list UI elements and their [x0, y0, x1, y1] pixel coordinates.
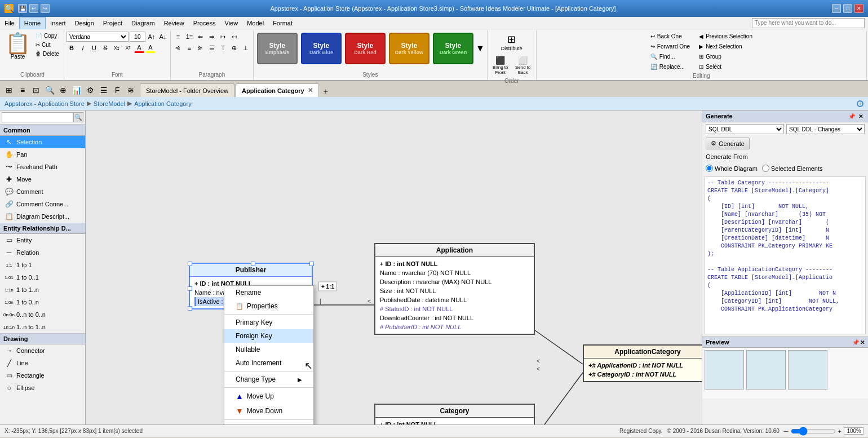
ctx-foreign-key[interactable]: Foreign Key	[224, 329, 313, 343]
panel-item-rectangle[interactable]: ▭ Rectangle	[0, 369, 85, 382]
align-right-button[interactable]: ⫸	[196, 43, 206, 53]
panel-item-relation[interactable]: ─ Relation	[0, 246, 85, 259]
diagram-tb-btn-7[interactable]: ⚙	[83, 83, 97, 97]
align-justify-button[interactable]: ☰	[207, 43, 217, 53]
close-btn[interactable]: ✕	[854, 4, 863, 13]
bold-button[interactable]: B	[67, 43, 77, 53]
whole-diagram-input[interactable]	[706, 165, 713, 172]
panel-item-0nto0n[interactable]: 0n:0n 0..n to 0..n	[0, 308, 85, 321]
copy-button[interactable]: 📄 Copy	[33, 32, 61, 40]
font-color-button[interactable]: A	[134, 43, 144, 53]
panel-item-move[interactable]: ✚ Move	[0, 173, 85, 185]
menu-view[interactable]: View	[220, 17, 243, 29]
minimize-btn[interactable]: ─	[832, 4, 841, 13]
sql-code-area[interactable]: -- Table Category ------------------ CRE…	[705, 176, 866, 334]
panel-item-line[interactable]: ╱ Line	[0, 357, 85, 369]
bullet-list-button[interactable]: ≡	[173, 32, 183, 42]
diagram-tb-btn-2[interactable]: ≡	[16, 83, 29, 97]
paste-button[interactable]: 📋 Paste	[3, 32, 32, 61]
style-darkblue-button[interactable]: Style Dark Blue	[301, 33, 342, 64]
preview-pin-button[interactable]: 📌	[852, 339, 859, 346]
top-align-button[interactable]: ⊤	[218, 43, 228, 53]
indent-decrease-button[interactable]: ⇐	[196, 32, 206, 42]
superscript-button[interactable]: X²	[123, 43, 133, 53]
entity-appcategory[interactable]: ApplicationCategory +# ApplicationID : i…	[583, 344, 702, 382]
ctx-nullable[interactable]: Nullable	[224, 343, 313, 356]
align-center-button[interactable]: ≡	[184, 43, 194, 53]
bring-to-front-button[interactable]: ⬛ Bring to Front	[490, 54, 511, 77]
diagram-tb-btn-8[interactable]: ☰	[97, 83, 110, 97]
tab-application-category[interactable]: Application Category ✕	[236, 83, 319, 97]
tab-close-icon[interactable]: ✕	[308, 87, 313, 94]
style-darkyellow-button[interactable]: Style Dark Yellow	[389, 33, 429, 64]
menu-model[interactable]: Model	[242, 17, 268, 29]
panel-item-ellipse[interactable]: ○ Ellipse	[0, 382, 85, 394]
generate-button[interactable]: ⚙ Generate	[706, 138, 750, 149]
replace-button[interactable]: 🔄 Replace...	[648, 62, 693, 72]
italic-button[interactable]: I	[78, 43, 88, 53]
panel-item-1nto1n[interactable]: 1n:1n 1..n to 1..n	[0, 321, 85, 333]
rtl-button[interactable]: ↤	[229, 32, 240, 42]
ctx-move-up[interactable]: ▲ Move Up	[224, 389, 313, 404]
panel-search-input[interactable]	[2, 112, 73, 122]
mid-align-button[interactable]: ⊕	[229, 43, 240, 53]
breadcrumb-appcategory[interactable]: Application Category	[134, 100, 192, 107]
ltr-button[interactable]: ↦	[218, 32, 228, 42]
sql-ddl-select[interactable]: SQL DDL	[706, 124, 784, 134]
menu-review[interactable]: Review	[160, 17, 189, 29]
send-to-back-button[interactable]: ⬜ Send to Back	[512, 54, 534, 77]
panel-item-entity[interactable]: ▭ Entity	[0, 234, 85, 246]
back-one-button[interactable]: ↩ Back One	[648, 32, 693, 41]
selected-elements-radio[interactable]: Selected Elements	[762, 165, 823, 172]
menu-diagram[interactable]: Diagram	[127, 17, 160, 29]
zoom-slider[interactable]	[791, 427, 836, 436]
styles-expand[interactable]: ▼	[476, 43, 485, 54]
zoom-in-button[interactable]: +	[838, 428, 842, 435]
style-darkred-button[interactable]: Style Dark Red	[345, 33, 386, 64]
ctx-auto-increment[interactable]: Auto Increment	[224, 356, 313, 370]
panel-item-1to1[interactable]: 1:1 1 to 1	[0, 259, 85, 271]
breadcrumb-storemodel[interactable]: StoreModel	[94, 100, 125, 107]
menu-file[interactable]: File	[0, 17, 19, 29]
panel-item-1to1n[interactable]: 1:1n 1 to 1..n	[0, 284, 85, 296]
diagram-tb-btn-5[interactable]: ⊕	[56, 83, 70, 97]
ctx-move-down[interactable]: ▼ Move Down	[224, 404, 313, 418]
tab-add-button[interactable]: +	[320, 86, 331, 97]
font-grow-button[interactable]: A↑	[147, 32, 157, 42]
quick-access-redo[interactable]: ↪	[41, 4, 50, 13]
panel-item-diagram-desc[interactable]: 📋 Diagram Descript...	[0, 210, 85, 223]
font-size-input[interactable]	[130, 32, 145, 42]
quick-access-save[interactable]: 💾	[18, 4, 27, 13]
menu-process[interactable]: Process	[189, 17, 220, 29]
cut-button[interactable]: ✂ Cut	[33, 41, 61, 49]
panel-close-button[interactable]: ✕	[857, 112, 865, 120]
number-list-button[interactable]: 1≡	[184, 32, 194, 42]
panel-pin-button[interactable]: 📌	[848, 112, 856, 120]
group-button[interactable]: ⊞ Group	[696, 52, 755, 61]
canvas-area[interactable]: | < < < < Publisher + ID : int NOT NUL	[86, 110, 702, 424]
maximize-btn[interactable]: □	[843, 4, 852, 13]
style-emphasis-button[interactable]: Style Emphasis	[257, 33, 298, 64]
diagram-tb-btn-1[interactable]: ⊞	[2, 83, 16, 97]
diagram-tb-btn-3[interactable]: ⊡	[29, 83, 43, 97]
search-box[interactable]	[752, 18, 865, 28]
ctx-change-type[interactable]: Change Type ▶	[224, 373, 313, 386]
panel-item-pan[interactable]: ✋ Pan	[0, 148, 85, 161]
diagram-tb-btn-9[interactable]: F	[110, 83, 124, 97]
subscript-button[interactable]: X₂	[112, 43, 122, 53]
panel-item-connector[interactable]: → Connector	[0, 344, 85, 357]
font-shrink-button[interactable]: A↓	[158, 32, 168, 42]
menu-format[interactable]: Format	[268, 17, 297, 29]
ctx-remove-fields[interactable]: ✕ Remove Field(s)	[224, 421, 313, 424]
underline-button[interactable]: U	[89, 43, 99, 53]
diagram-tb-btn-4[interactable]: 🔍	[43, 83, 56, 97]
menu-home[interactable]: Home	[19, 17, 46, 29]
preview-close-button[interactable]: ✕	[860, 339, 865, 346]
highlight-button[interactable]: A	[145, 43, 156, 53]
ctx-rename[interactable]: Rename	[224, 286, 313, 299]
breadcrumb-root[interactable]: Appstorex - Application Store	[5, 100, 85, 107]
find-button[interactable]: 🔍 Find...	[648, 52, 693, 61]
delete-button[interactable]: 🗑 Delete	[33, 50, 61, 58]
forward-one-button[interactable]: ↪ Forward One	[648, 42, 693, 51]
menu-insert[interactable]: Insert	[46, 17, 70, 29]
